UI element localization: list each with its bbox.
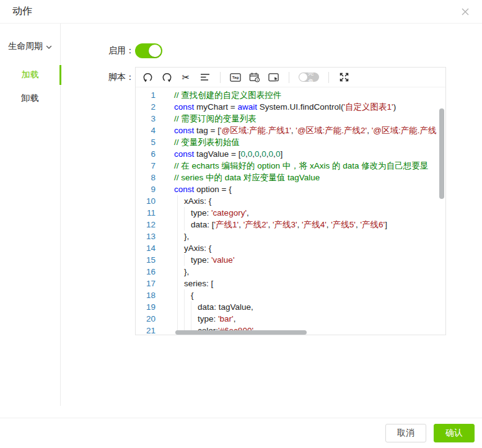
- cancel-button[interactable]: 取消: [385, 424, 426, 442]
- sidebar-group-label: 生命周期: [8, 41, 43, 52]
- line-number: 13: [136, 231, 160, 242]
- indent-guide: [177, 266, 184, 278]
- indent-guide: [184, 289, 191, 301]
- code-line[interactable]: 13},: [136, 231, 445, 242]
- indent-guide: [177, 313, 184, 325]
- horizontal-scrollbar[interactable]: [175, 330, 307, 335]
- line-number: 14: [136, 242, 160, 254]
- sidebar-item-label: 卸载: [22, 93, 39, 104]
- line-content: // series 中的 data 对应变量值 tagValue: [160, 172, 320, 183]
- cut-icon[interactable]: ✂: [180, 72, 191, 83]
- code-line[interactable]: 16},: [136, 266, 445, 278]
- line-content: xAxis: {: [160, 195, 211, 207]
- indent-guide: [177, 301, 184, 313]
- datetime-icon[interactable]: [249, 72, 260, 83]
- indent-guide: [184, 301, 191, 313]
- code-line[interactable]: 19data: tagValue,: [136, 301, 445, 313]
- editor-toolbar: ✂ Tag: [136, 68, 445, 87]
- indent-guide: [177, 207, 184, 219]
- line-number: 7: [136, 160, 160, 172]
- indent-guide: [177, 242, 184, 254]
- line-number: 4: [136, 125, 160, 136]
- line-content: const tag = ['@区域:产能.产线1', '@区域:产能.产线2',…: [160, 125, 437, 136]
- line-content: type: 'bar',: [160, 313, 235, 325]
- confirm-button[interactable]: 确认: [434, 424, 475, 442]
- chevron-down-icon: [46, 42, 52, 51]
- line-number: 19: [136, 301, 160, 313]
- enable-row: 启用：: [108, 43, 482, 58]
- line-content: type: 'category',: [160, 207, 249, 219]
- line-content: const tagValue = [0,0,0,0,0,0]: [160, 148, 283, 160]
- indent-guide: [184, 313, 191, 325]
- code-area[interactable]: 1// 查找创建的自定义图表控件2const myChart = await S…: [136, 87, 445, 335]
- code-line[interactable]: 17series: [: [136, 278, 445, 289]
- code-line[interactable]: 12data: ['产线1', '产线2', '产线3', '产线4', '产线…: [136, 219, 445, 231]
- code-line[interactable]: 2const myChart = await System.UI.findCon…: [136, 101, 445, 113]
- line-content: yAxis: {: [160, 242, 211, 254]
- svg-text:Tag: Tag: [232, 75, 239, 79]
- sidebar-item-load[interactable]: 加载: [0, 63, 60, 87]
- line-number: 10: [136, 195, 160, 207]
- action-dialog: 动作 生命周期 加载 卸载 启用： 脚本：: [0, 0, 482, 448]
- redo-icon[interactable]: [161, 72, 172, 83]
- line-number: 8: [136, 172, 160, 183]
- undo-icon[interactable]: [142, 72, 153, 83]
- code-line[interactable]: 7// 在 echarts 编辑好的 option 中，将 xAxis 的 da…: [136, 160, 445, 172]
- line-content: data: tagValue,: [160, 301, 253, 313]
- line-content: // 查找创建的自定义图表控件: [160, 89, 281, 101]
- line-number: 17: [136, 278, 160, 289]
- line-content: // 变量列表初始值: [160, 136, 240, 148]
- indent-guide: [177, 278, 184, 289]
- code-line[interactable]: 1// 查找创建的自定义图表控件: [136, 89, 445, 101]
- fullscreen-icon[interactable]: [338, 72, 349, 83]
- enable-toggle[interactable]: [135, 43, 162, 58]
- line-content: const option = {: [160, 183, 232, 195]
- indent-guide: [177, 219, 184, 231]
- line-content: // 需要订阅的变量列表: [160, 113, 256, 125]
- code-line[interactable]: 8// series 中的 data 对应变量值 tagValue: [136, 172, 445, 183]
- line-content: const myChart = await System.UI.findCont…: [160, 101, 396, 113]
- indent-guide: [177, 254, 184, 266]
- code-line[interactable]: 14yAxis: {: [136, 242, 445, 254]
- code-line[interactable]: 15type: 'value': [136, 254, 445, 266]
- script-label: 脚本：: [108, 72, 135, 83]
- vertical-scrollbar[interactable]: [439, 108, 444, 199]
- theme-toggle[interactable]: 亮色: [299, 72, 319, 82]
- code-line[interactable]: 6const tagValue = [0,0,0,0,0,0]: [136, 148, 445, 160]
- line-number: 6: [136, 148, 160, 160]
- indent-guide: [191, 313, 198, 325]
- code-line[interactable]: 9const option = {: [136, 183, 445, 195]
- code-line[interactable]: 5// 变量列表初始值: [136, 136, 445, 148]
- code-line[interactable]: 18{: [136, 289, 445, 301]
- code-line[interactable]: 11type: 'category',: [136, 207, 445, 219]
- code-lines: 1// 查找创建的自定义图表控件2const myChart = await S…: [136, 89, 445, 335]
- code-line[interactable]: 10xAxis: {: [136, 195, 445, 207]
- dialog-content: 启用： 脚本： ✂: [61, 24, 482, 335]
- line-number: 16: [136, 266, 160, 278]
- line-content: data: ['产线1', '产线2', '产线3', '产线4', '产线5'…: [160, 219, 387, 231]
- line-content: series: [: [160, 278, 213, 289]
- code-line[interactable]: 20type: 'bar',: [136, 313, 445, 325]
- sidebar-group-lifecycle[interactable]: 生命周期: [0, 41, 60, 52]
- line-number: 12: [136, 219, 160, 231]
- line-number: 5: [136, 136, 160, 148]
- indent-guide: [177, 289, 184, 301]
- sidebar-item-label: 加载: [22, 69, 39, 81]
- indent-guide: [177, 231, 184, 242]
- line-content: type: 'value': [160, 254, 234, 266]
- code-line[interactable]: 3// 需要订阅的变量列表: [136, 113, 445, 125]
- line-number: 18: [136, 289, 160, 301]
- sidebar-item-unload[interactable]: 卸载: [0, 87, 60, 110]
- tag-icon[interactable]: Tag: [230, 72, 241, 83]
- line-number: 3: [136, 113, 160, 125]
- script-editor: ✂ Tag: [135, 67, 446, 335]
- line-number: 2: [136, 101, 160, 113]
- insert-control-icon[interactable]: [268, 72, 279, 83]
- format-lines-icon[interactable]: [199, 72, 211, 83]
- theme-toggle-knob: [299, 73, 307, 81]
- close-icon[interactable]: [460, 6, 471, 17]
- enable-label: 启用：: [108, 45, 135, 56]
- indent-guide: [184, 219, 191, 231]
- toggle-knob: [149, 45, 161, 57]
- code-line[interactable]: 4const tag = ['@区域:产能.产线1', '@区域:产能.产线2'…: [136, 125, 445, 136]
